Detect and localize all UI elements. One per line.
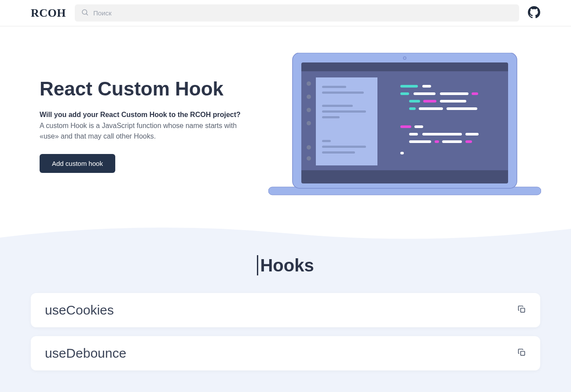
hero-section: React Custom Hook Will you add your Reac… bbox=[0, 26, 571, 216]
svg-rect-24 bbox=[400, 92, 409, 95]
svg-rect-41 bbox=[442, 140, 462, 143]
hero-subtitle: Will you add your React Custom Hook to t… bbox=[40, 111, 251, 119]
header: RCOH bbox=[0, 0, 571, 26]
search-input[interactable] bbox=[75, 4, 519, 22]
svg-point-10 bbox=[307, 121, 311, 125]
laptop-illustration bbox=[268, 53, 541, 198]
hero-text: React Custom Hook Will you add your Reac… bbox=[40, 78, 251, 173]
svg-point-12 bbox=[307, 156, 311, 161]
section-heading-wrap: Hooks bbox=[31, 255, 540, 275]
svg-rect-39 bbox=[409, 140, 431, 143]
search-wrapper bbox=[75, 4, 519, 22]
svg-rect-38 bbox=[465, 133, 479, 136]
hook-name: useCookies bbox=[45, 303, 114, 318]
add-custom-hook-button[interactable]: Add custom hook bbox=[40, 154, 115, 173]
hook-name: useDebounce bbox=[45, 346, 126, 361]
svg-rect-29 bbox=[423, 100, 436, 103]
svg-rect-23 bbox=[422, 85, 431, 88]
svg-rect-40 bbox=[435, 140, 439, 143]
wave-divider bbox=[0, 216, 571, 251]
svg-rect-17 bbox=[322, 110, 366, 113]
svg-rect-14 bbox=[322, 86, 346, 88]
svg-rect-21 bbox=[322, 151, 355, 154]
hero-illustration bbox=[268, 53, 541, 198]
hook-card[interactable]: useDebounce bbox=[31, 336, 540, 370]
svg-rect-44 bbox=[521, 308, 525, 312]
hook-card[interactable]: useCookies bbox=[31, 293, 540, 327]
svg-rect-20 bbox=[322, 146, 366, 148]
svg-point-7 bbox=[307, 81, 311, 86]
svg-rect-33 bbox=[447, 107, 477, 110]
copy-icon[interactable] bbox=[517, 305, 526, 315]
svg-rect-36 bbox=[409, 133, 418, 136]
svg-rect-26 bbox=[440, 92, 469, 95]
svg-rect-27 bbox=[472, 92, 478, 95]
svg-rect-45 bbox=[521, 352, 525, 355]
svg-rect-28 bbox=[409, 100, 420, 103]
svg-rect-35 bbox=[414, 125, 423, 128]
svg-rect-19 bbox=[322, 140, 331, 142]
svg-point-9 bbox=[307, 108, 311, 112]
hooks-heading: Hooks bbox=[257, 255, 314, 275]
svg-point-8 bbox=[307, 95, 311, 99]
svg-point-11 bbox=[307, 145, 311, 150]
svg-rect-30 bbox=[440, 100, 466, 103]
svg-rect-43 bbox=[400, 152, 404, 154]
hooks-section: Hooks useCookies useDebounce bbox=[0, 251, 571, 392]
logo[interactable]: RCOH bbox=[31, 7, 66, 20]
svg-rect-42 bbox=[465, 140, 472, 143]
svg-rect-16 bbox=[322, 105, 353, 107]
svg-rect-37 bbox=[422, 133, 462, 136]
svg-rect-34 bbox=[400, 125, 411, 128]
svg-rect-31 bbox=[409, 107, 416, 110]
svg-rect-25 bbox=[414, 92, 436, 95]
hero-description: A custom Hook is a JavaScript function w… bbox=[40, 121, 251, 142]
svg-rect-32 bbox=[419, 107, 443, 110]
svg-rect-22 bbox=[400, 85, 418, 88]
svg-rect-15 bbox=[322, 92, 364, 94]
copy-icon[interactable] bbox=[517, 348, 526, 359]
hero-title: React Custom Hook bbox=[40, 78, 251, 100]
svg-rect-18 bbox=[322, 116, 340, 118]
github-icon bbox=[528, 6, 540, 20]
github-link[interactable] bbox=[528, 6, 540, 20]
